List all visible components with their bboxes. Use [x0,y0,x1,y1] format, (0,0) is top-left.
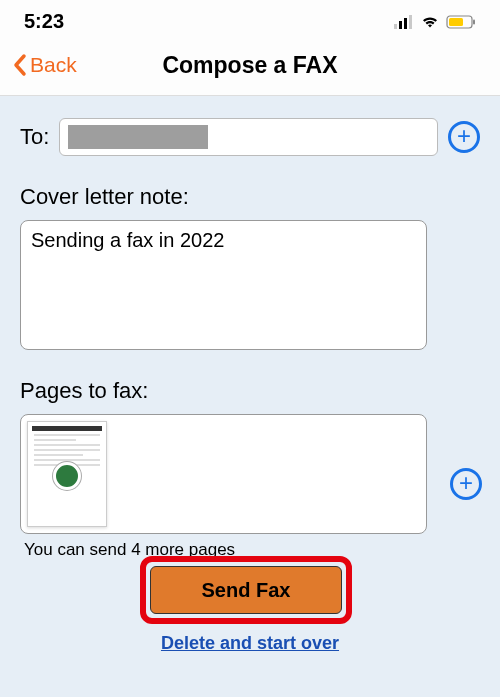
send-fax-label: Send Fax [202,579,291,602]
page-status-icon [53,462,81,490]
svg-rect-0 [394,24,397,29]
to-label: To: [20,124,49,150]
status-time: 5:23 [24,10,64,33]
wifi-icon [420,15,440,29]
svg-rect-5 [473,19,475,24]
cellular-icon [394,15,414,29]
plus-icon: + [459,471,473,495]
pages-container[interactable] [20,414,427,534]
add-recipient-button[interactable]: + [448,121,480,153]
pages-label: Pages to fax: [20,378,480,404]
status-icons [394,15,476,29]
delete-start-over-link[interactable]: Delete and start over [0,633,500,654]
svg-rect-6 [449,18,463,26]
cover-letter-label: Cover letter note: [20,184,480,210]
to-row: To: + [20,118,480,156]
status-bar: 5:23 [0,0,500,41]
nav-bar: Back Compose a FAX [0,41,500,96]
cover-letter-textarea[interactable] [20,220,427,350]
back-label: Back [30,53,77,77]
plus-icon: + [457,124,471,148]
chevron-left-icon [12,53,28,77]
back-button[interactable]: Back [12,53,77,77]
send-button-highlight: Send Fax [140,556,352,624]
to-value-placeholder [68,125,208,149]
svg-rect-2 [404,18,407,29]
send-fax-button[interactable]: Send Fax [150,566,342,614]
page-thumbnail[interactable] [27,421,107,527]
to-input[interactable] [59,118,438,156]
battery-icon [446,15,476,29]
svg-rect-3 [409,15,412,29]
svg-rect-1 [399,21,402,29]
add-page-button[interactable]: + [450,468,482,500]
